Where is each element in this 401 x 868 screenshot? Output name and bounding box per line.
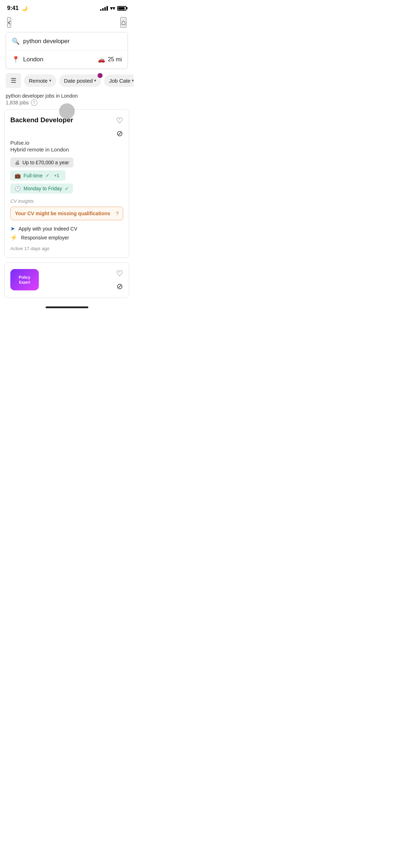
sliders-icon: ☰ — [11, 77, 16, 84]
car-icon: 🚗 — [98, 56, 105, 63]
distance-right: 🚗 25 mi — [98, 56, 122, 63]
job-location: Hybrid remote in London — [10, 146, 123, 153]
responsive-text: Responsive employer — [21, 235, 69, 241]
salary-icon: 🖨 — [15, 160, 20, 165]
signal-icon — [100, 6, 108, 11]
remote-filter-chip[interactable]: Remote ▾ — [24, 74, 56, 87]
cv-insights-label: CV insights — [10, 198, 123, 204]
block-job-2-button[interactable]: ⊘ — [116, 282, 123, 291]
job-card-header: Backend Developer ♡ ⊘ — [10, 116, 123, 138]
job-company: Pulse.io — [10, 140, 123, 146]
fulltime-check-icon: ✓ — [46, 173, 50, 178]
status-time: 9:41 — [7, 5, 19, 11]
date-posted-chip-wrap: Date posted ▾ — [59, 74, 101, 87]
remote-label: Remote — [29, 78, 48, 84]
apply-text: Apply with your Indeed CV — [19, 226, 77, 232]
date-posted-chevron-icon: ▾ — [94, 78, 96, 83]
location-left: 📍 London — [12, 56, 43, 63]
home-indicator — [0, 302, 134, 310]
salary-value: Up to £70,000 a year — [22, 160, 69, 165]
results-count-value: 1,838 jobs — [6, 100, 29, 105]
save-job-button[interactable]: ♡ — [116, 116, 123, 125]
distance-value[interactable]: 25 mi — [108, 56, 122, 63]
status-bar: 9:41 🌙 ▾▾ — [0, 0, 134, 14]
date-posted-label: Date posted — [64, 78, 93, 84]
company-logo-name: Policy — [19, 275, 30, 280]
active-filter-dot — [98, 73, 103, 78]
job-category-label: Job Cate — [109, 78, 130, 84]
nav-bar: ‹ ⌂ — [0, 14, 134, 32]
job-type-label: Full-time — [24, 173, 43, 179]
job-card-2-actions: ♡ ⊘ — [116, 269, 123, 291]
job-category-filter-chip[interactable]: Job Cate ▾ — [104, 74, 134, 87]
responsive-row: ⚡ Responsive employer — [10, 234, 123, 241]
clock-icon: 🕐 — [15, 186, 21, 191]
apply-arrow-icon: ➤ — [10, 225, 15, 232]
remote-chevron-icon: ▾ — [49, 78, 51, 83]
job-category-chevron-icon: ▾ — [132, 78, 134, 83]
job-card-1[interactable]: Backend Developer ♡ ⊘ Pulse.io Hybrid re… — [4, 109, 129, 258]
cv-warning-text: Your CV might be missing qualifications — [15, 211, 110, 216]
briefcase-icon: 💼 — [15, 173, 21, 179]
back-button[interactable]: ‹ — [7, 17, 11, 28]
search-container: 🔍 python developer 📍 London 🚗 25 mi — [6, 32, 128, 69]
search-row[interactable]: 🔍 python developer — [6, 32, 127, 51]
schedule-tag: 🕐 Monday to Friday ✓ — [10, 184, 73, 193]
cv-warning-banner[interactable]: Your CV might be missing qualifications … — [10, 207, 123, 220]
block-job-button[interactable]: ⊘ — [116, 129, 123, 138]
bolt-icon: ⚡ — [10, 234, 17, 241]
search-input[interactable]: python developer — [23, 38, 69, 45]
job-type-tag: 💼 Full-time ✓ +1 — [10, 170, 66, 181]
location-input[interactable]: London — [23, 56, 43, 63]
moon-icon: 🌙 — [21, 5, 27, 11]
job-active-time: Active 17 days ago — [10, 246, 123, 251]
home-button[interactable]: ⌂ — [120, 17, 126, 28]
company-logo: Policy Expert — [10, 269, 39, 290]
cv-warning-help-icon[interactable]: ? — [116, 211, 119, 216]
filter-bar: ☰ Remote ▾ Date posted ▾ Job Cate ▾ — [0, 73, 134, 88]
home-bar — [46, 306, 88, 308]
drag-indicator — [59, 103, 75, 119]
results-description: python developer jobs in London — [6, 93, 128, 99]
job-tags: 🖨 Up to £70,000 a year 💼 Full-time ✓ +1 … — [10, 157, 123, 193]
status-icons: ▾▾ — [100, 5, 126, 11]
job-card-2[interactable]: Policy Expert ♡ ⊘ — [4, 262, 129, 298]
date-posted-filter-chip[interactable]: Date posted ▾ — [59, 74, 101, 87]
save-job-2-button[interactable]: ♡ — [116, 269, 123, 278]
location-pin-icon: 📍 — [12, 56, 20, 63]
schedule-label: Monday to Friday — [24, 186, 62, 191]
apply-row[interactable]: ➤ Apply with your Indeed CV — [10, 225, 123, 232]
wifi-icon: ▾▾ — [110, 5, 115, 11]
help-icon-button[interactable]: ? — [31, 99, 37, 106]
filter-icon-button[interactable]: ☰ — [6, 73, 21, 88]
salary-tag: 🖨 Up to £70,000 a year — [10, 157, 73, 167]
status-time-group: 9:41 🌙 — [7, 5, 27, 11]
location-row[interactable]: 📍 London 🚗 25 mi — [6, 51, 127, 68]
job-actions: ♡ ⊘ — [116, 116, 123, 138]
search-icon: 🔍 — [12, 37, 20, 45]
job-type-plus: +1 — [52, 172, 61, 179]
battery-icon — [117, 6, 126, 11]
schedule-check-icon: ✓ — [65, 186, 69, 191]
company-logo-sub: Expert — [19, 280, 30, 284]
